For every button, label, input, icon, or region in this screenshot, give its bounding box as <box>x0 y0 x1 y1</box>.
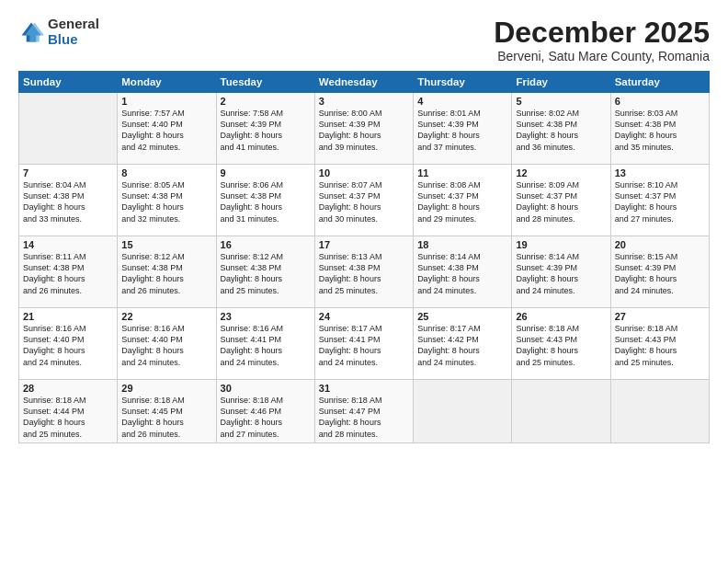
cell-details: Sunrise: 8:17 AMSunset: 4:42 PMDaylight:… <box>417 323 507 368</box>
cell-details: Sunrise: 8:14 AMSunset: 4:39 PMDaylight:… <box>516 251 606 296</box>
date-number: 23 <box>221 311 311 322</box>
calendar-cell: 8Sunrise: 8:05 AMSunset: 4:38 PMDaylight… <box>118 165 216 236</box>
cell-details: Sunrise: 8:18 AMSunset: 4:44 PMDaylight:… <box>23 395 113 440</box>
cell-details: Sunrise: 8:05 AMSunset: 4:38 PMDaylight:… <box>121 179 211 224</box>
calendar-cell: 3Sunrise: 8:00 AMSunset: 4:39 PMDaylight… <box>314 93 413 165</box>
calendar-cell: 18Sunrise: 8:14 AMSunset: 4:38 PMDayligh… <box>414 236 512 308</box>
calendar-cell <box>19 93 118 165</box>
month-title: December 2025 <box>494 17 710 49</box>
logo: General Blue <box>18 17 99 47</box>
calendar-cell: 10Sunrise: 8:07 AMSunset: 4:37 PMDayligh… <box>314 165 413 236</box>
cell-details: Sunrise: 8:03 AMSunset: 4:38 PMDaylight:… <box>615 108 705 153</box>
calendar-cell: 24Sunrise: 8:17 AMSunset: 4:41 PMDayligh… <box>314 308 413 380</box>
calendar-cell: 13Sunrise: 8:10 AMSunset: 4:37 PMDayligh… <box>610 165 709 236</box>
cell-details: Sunrise: 8:18 AMSunset: 4:46 PMDaylight:… <box>221 395 311 440</box>
date-number: 15 <box>121 239 211 250</box>
page: General Blue December 2025 Berveni, Satu… <box>0 0 728 563</box>
header-cell-saturday: Saturday <box>610 72 709 93</box>
date-number: 9 <box>221 167 311 178</box>
calendar-cell <box>414 380 512 443</box>
cell-details: Sunrise: 8:06 AMSunset: 4:38 PMDaylight:… <box>221 179 311 224</box>
week-row-1: 7Sunrise: 8:04 AMSunset: 4:38 PMDaylight… <box>19 165 710 236</box>
cell-details: Sunrise: 8:18 AMSunset: 4:45 PMDaylight:… <box>121 395 211 440</box>
header-cell-friday: Friday <box>512 72 610 93</box>
calendar-table: SundayMondayTuesdayWednesdayThursdayFrid… <box>18 71 710 443</box>
header-cell-tuesday: Tuesday <box>216 72 314 93</box>
cell-details: Sunrise: 8:11 AMSunset: 4:38 PMDaylight:… <box>23 251 113 296</box>
cell-details: Sunrise: 8:12 AMSunset: 4:38 PMDaylight:… <box>221 251 311 296</box>
cell-details: Sunrise: 8:16 AMSunset: 4:41 PMDaylight:… <box>221 323 311 368</box>
calendar-cell: 22Sunrise: 8:16 AMSunset: 4:40 PMDayligh… <box>118 308 216 380</box>
calendar-cell: 11Sunrise: 8:08 AMSunset: 4:37 PMDayligh… <box>414 165 512 236</box>
date-number: 10 <box>319 167 409 178</box>
cell-details: Sunrise: 7:58 AMSunset: 4:39 PMDaylight:… <box>221 108 311 153</box>
cell-details: Sunrise: 8:10 AMSunset: 4:37 PMDaylight:… <box>615 179 705 224</box>
date-number: 14 <box>23 239 113 250</box>
date-number: 12 <box>516 167 606 178</box>
calendar-cell: 1Sunrise: 7:57 AMSunset: 4:40 PMDaylight… <box>118 93 216 165</box>
date-number: 3 <box>319 96 409 107</box>
cell-details: Sunrise: 8:18 AMSunset: 4:47 PMDaylight:… <box>319 395 409 440</box>
calendar-cell: 6Sunrise: 8:03 AMSunset: 4:38 PMDaylight… <box>610 93 709 165</box>
date-number: 17 <box>319 239 409 250</box>
date-number: 13 <box>615 167 705 178</box>
cell-details: Sunrise: 8:14 AMSunset: 4:38 PMDaylight:… <box>417 251 507 296</box>
calendar-cell: 12Sunrise: 8:09 AMSunset: 4:37 PMDayligh… <box>512 165 610 236</box>
date-number: 8 <box>121 167 211 178</box>
cell-details: Sunrise: 8:18 AMSunset: 4:43 PMDaylight:… <box>615 323 705 368</box>
date-number: 18 <box>417 239 507 250</box>
cell-details: Sunrise: 8:18 AMSunset: 4:43 PMDaylight:… <box>516 323 606 368</box>
date-number: 28 <box>23 383 113 394</box>
date-number: 5 <box>516 96 606 107</box>
cell-details: Sunrise: 8:00 AMSunset: 4:39 PMDaylight:… <box>319 108 409 153</box>
date-number: 21 <box>23 311 113 322</box>
calendar-cell: 14Sunrise: 8:11 AMSunset: 4:38 PMDayligh… <box>19 236 118 308</box>
cell-details: Sunrise: 8:08 AMSunset: 4:37 PMDaylight:… <box>417 179 507 224</box>
header-row: SundayMondayTuesdayWednesdayThursdayFrid… <box>19 72 710 93</box>
cell-details: Sunrise: 8:01 AMSunset: 4:39 PMDaylight:… <box>417 108 507 153</box>
logo-general-text: General <box>48 17 99 32</box>
title-block: December 2025 Berveni, Satu Mare County,… <box>494 17 710 63</box>
cell-details: Sunrise: 8:09 AMSunset: 4:37 PMDaylight:… <box>516 179 606 224</box>
calendar-cell: 5Sunrise: 8:02 AMSunset: 4:38 PMDaylight… <box>512 93 610 165</box>
logo-blue-text: Blue <box>48 32 99 48</box>
week-row-4: 28Sunrise: 8:18 AMSunset: 4:44 PMDayligh… <box>19 380 710 443</box>
cell-details: Sunrise: 7:57 AMSunset: 4:40 PMDaylight:… <box>121 108 211 153</box>
cell-details: Sunrise: 8:16 AMSunset: 4:40 PMDaylight:… <box>121 323 211 368</box>
cell-details: Sunrise: 8:07 AMSunset: 4:37 PMDaylight:… <box>319 179 409 224</box>
cell-details: Sunrise: 8:15 AMSunset: 4:39 PMDaylight:… <box>615 251 705 296</box>
date-number: 22 <box>121 311 211 322</box>
calendar-body: 1Sunrise: 7:57 AMSunset: 4:40 PMDaylight… <box>19 93 710 443</box>
date-number: 27 <box>615 311 705 322</box>
week-row-3: 21Sunrise: 8:16 AMSunset: 4:40 PMDayligh… <box>19 308 710 380</box>
calendar-cell: 9Sunrise: 8:06 AMSunset: 4:38 PMDaylight… <box>216 165 314 236</box>
week-row-2: 14Sunrise: 8:11 AMSunset: 4:38 PMDayligh… <box>19 236 710 308</box>
date-number: 11 <box>417 167 507 178</box>
date-number: 16 <box>221 239 311 250</box>
date-number: 4 <box>417 96 507 107</box>
date-number: 7 <box>23 167 113 178</box>
logo-text: General Blue <box>48 17 99 47</box>
cell-details: Sunrise: 8:16 AMSunset: 4:40 PMDaylight:… <box>23 323 113 368</box>
week-row-0: 1Sunrise: 7:57 AMSunset: 4:40 PMDaylight… <box>19 93 710 165</box>
header: General Blue December 2025 Berveni, Satu… <box>18 17 710 63</box>
calendar-cell: 30Sunrise: 8:18 AMSunset: 4:46 PMDayligh… <box>216 380 314 443</box>
calendar-cell: 20Sunrise: 8:15 AMSunset: 4:39 PMDayligh… <box>610 236 709 308</box>
date-number: 19 <box>516 239 606 250</box>
header-cell-thursday: Thursday <box>414 72 512 93</box>
date-number: 25 <box>417 311 507 322</box>
date-number: 26 <box>516 311 606 322</box>
date-number: 2 <box>221 96 311 107</box>
cell-details: Sunrise: 8:02 AMSunset: 4:38 PMDaylight:… <box>516 108 606 153</box>
date-number: 29 <box>121 383 211 394</box>
date-number: 24 <box>319 311 409 322</box>
calendar-cell: 17Sunrise: 8:13 AMSunset: 4:38 PMDayligh… <box>314 236 413 308</box>
calendar-cell: 2Sunrise: 7:58 AMSunset: 4:39 PMDaylight… <box>216 93 314 165</box>
header-cell-monday: Monday <box>118 72 216 93</box>
date-number: 30 <box>221 383 311 394</box>
cell-details: Sunrise: 8:12 AMSunset: 4:38 PMDaylight:… <box>121 251 211 296</box>
calendar-cell: 31Sunrise: 8:18 AMSunset: 4:47 PMDayligh… <box>314 380 413 443</box>
cell-details: Sunrise: 8:17 AMSunset: 4:41 PMDaylight:… <box>319 323 409 368</box>
calendar-cell: 15Sunrise: 8:12 AMSunset: 4:38 PMDayligh… <box>118 236 216 308</box>
calendar-cell: 27Sunrise: 8:18 AMSunset: 4:43 PMDayligh… <box>610 308 709 380</box>
